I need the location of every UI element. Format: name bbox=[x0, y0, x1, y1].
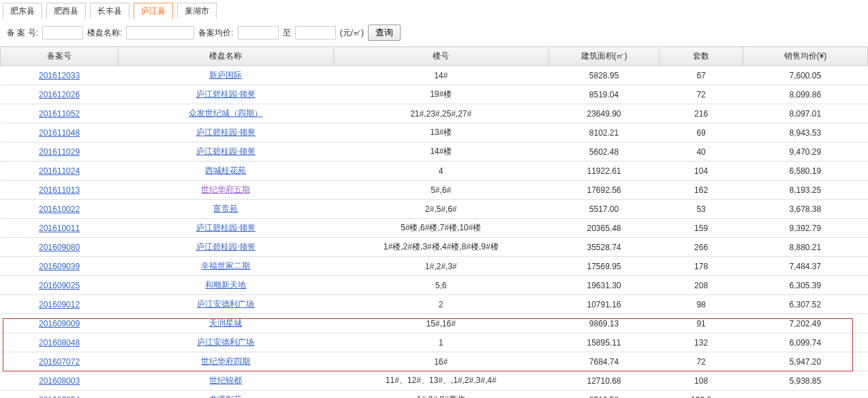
project-link[interactable]: 世纪锦都 bbox=[209, 376, 242, 385]
table-cell: 15895.11 bbox=[548, 333, 660, 352]
project-link[interactable]: 201611013 bbox=[39, 185, 80, 195]
table-cell: 新庐国际 bbox=[119, 66, 334, 85]
record-no-label: 备 案 号: bbox=[7, 27, 38, 39]
table-cell: 7,202.49 bbox=[743, 314, 867, 333]
table-row: 201610022富贵苑2#,5#,6#5517.00533,678.38 bbox=[1, 200, 868, 219]
table-cell: 1#,2#,3#商住 bbox=[333, 391, 548, 399]
project-link[interactable]: 201609009 bbox=[39, 319, 80, 328]
project-link[interactable]: 庐江碧桂园·领誉 bbox=[196, 242, 255, 251]
table-cell: 20365.48 bbox=[548, 219, 660, 238]
project-link[interactable]: 庐江碧桂园·领誉 bbox=[196, 223, 255, 232]
tab-1[interactable]: 肥西县 bbox=[46, 3, 86, 19]
table-cell: 1 bbox=[333, 333, 548, 352]
project-name-input[interactable] bbox=[126, 26, 194, 40]
project-link[interactable]: 201608048 bbox=[39, 338, 80, 348]
project-link[interactable]: 201610011 bbox=[39, 224, 80, 233]
project-link[interactable]: 201609012 bbox=[39, 300, 80, 309]
table-cell: 庐江碧桂园·领誉 bbox=[119, 219, 334, 238]
project-link[interactable]: 庐江碧桂园·领誉 bbox=[196, 89, 255, 99]
table-cell: 4 bbox=[333, 162, 548, 181]
project-link[interactable]: 201609025 bbox=[39, 281, 80, 290]
project-link[interactable]: 201610022 bbox=[39, 204, 80, 214]
table-cell: 1#,2#,3# bbox=[333, 257, 548, 276]
project-link[interactable]: 龙溪别苑 bbox=[209, 395, 242, 398]
table-cell: 富贵苑 bbox=[119, 200, 334, 219]
table-cell: 众发世纪城（四期） bbox=[119, 104, 334, 123]
table-cell: 178 bbox=[660, 257, 743, 276]
project-link[interactable]: 201607072 bbox=[39, 357, 80, 367]
table-cell: 2#,5#,6# bbox=[333, 200, 548, 219]
table-cell: 53 bbox=[660, 200, 743, 219]
table-cell: 201611048 bbox=[1, 123, 119, 142]
table-row: 201611029庐江碧桂园·领誉14#楼5602.48409,470.29 bbox=[1, 142, 868, 162]
table-cell: 西城桂花苑 bbox=[119, 162, 334, 181]
project-link[interactable]: 201608003 bbox=[39, 376, 80, 386]
project-link[interactable]: 众发世纪城（四期） bbox=[189, 108, 262, 118]
project-link[interactable]: 幸福世家二期 bbox=[201, 261, 250, 271]
project-link[interactable]: 庐江碧桂园·领誉 bbox=[196, 127, 255, 137]
table-cell: 16# bbox=[333, 352, 548, 371]
query-button[interactable]: 查询 bbox=[368, 25, 401, 41]
table-row: 201607054龙溪别苑1#,2#,3#商住8516.58190.0 bbox=[1, 391, 868, 399]
project-link[interactable]: 富贵苑 bbox=[213, 204, 238, 213]
project-link[interactable]: 和顺新天地 bbox=[205, 280, 246, 290]
table-cell: 8,880.21 bbox=[743, 238, 867, 257]
project-link[interactable]: 201607054 bbox=[39, 395, 80, 399]
table-row: 201611013世纪华府五期5#,6#17692.561628,193.25 bbox=[1, 181, 868, 200]
table-cell: 201610011 bbox=[1, 219, 119, 238]
table-cell: 11#、12#、13#、,1#,2#,3#,4# bbox=[333, 371, 548, 391]
project-link[interactable]: 201609039 bbox=[39, 262, 80, 271]
tab-3[interactable]: 庐江县 bbox=[134, 3, 173, 19]
table-cell: 庐江碧桂园·领誉 bbox=[119, 238, 334, 257]
table-cell: 8516.58 bbox=[548, 391, 660, 399]
table-cell: 23649.90 bbox=[548, 104, 660, 123]
table-cell: 159 bbox=[660, 219, 743, 238]
table-cell: 216 bbox=[660, 104, 743, 123]
table-cell: 201611013 bbox=[1, 181, 119, 200]
project-link[interactable]: 201611029 bbox=[39, 147, 80, 157]
table-cell: 天润星城 bbox=[119, 314, 334, 333]
avg-price-label: 备案均价: bbox=[198, 27, 233, 39]
project-link[interactable]: 世纪华府四期 bbox=[201, 356, 250, 366]
project-link[interactable]: 庐江安德利广场 bbox=[197, 299, 254, 309]
project-link[interactable]: 201612026 bbox=[39, 90, 80, 99]
table-row: 201611024西城桂花苑411922.611046,580.19 bbox=[1, 162, 868, 181]
record-no-input[interactable] bbox=[42, 26, 83, 40]
table-cell: 162 bbox=[660, 181, 743, 200]
table-cell bbox=[743, 391, 867, 399]
price-max-input[interactable] bbox=[295, 26, 336, 40]
table-cell: 11922.61 bbox=[548, 162, 660, 181]
project-link[interactable]: 201611024 bbox=[39, 166, 80, 176]
table-cell: 5,938.85 bbox=[743, 371, 867, 391]
table-cell: 15#,16# bbox=[333, 314, 548, 333]
tab-0[interactable]: 肥东县 bbox=[3, 3, 42, 19]
project-link[interactable]: 世纪华府五期 bbox=[201, 185, 250, 194]
project-link[interactable]: 新庐国际 bbox=[209, 70, 242, 80]
project-link[interactable]: 201611048 bbox=[39, 128, 80, 138]
table-cell: 5#,6# bbox=[333, 181, 548, 200]
table-cell: 13#楼 bbox=[333, 123, 548, 142]
project-link[interactable]: 201611052 bbox=[39, 109, 80, 119]
price-min-input[interactable] bbox=[238, 26, 279, 40]
table-cell: 5,6 bbox=[333, 276, 548, 295]
table-cell: 8519.04 bbox=[548, 85, 660, 104]
table-cell: 98 bbox=[660, 295, 743, 314]
tab-4[interactable]: 巢湖市 bbox=[177, 3, 217, 19]
project-link[interactable]: 西城桂花苑 bbox=[205, 166, 246, 175]
table-cell: 6,580.19 bbox=[743, 162, 867, 181]
table-cell: 201607054 bbox=[1, 391, 119, 399]
table-cell: 201609039 bbox=[1, 257, 119, 276]
col-header-5: 销售均价(¥) bbox=[743, 47, 867, 66]
project-link[interactable]: 天润星城 bbox=[209, 318, 242, 328]
table-cell: 21#,23#,25#,27# bbox=[333, 104, 548, 123]
table-cell: 10791.16 bbox=[548, 295, 660, 314]
table-cell: 9,470.29 bbox=[743, 142, 867, 162]
project-link[interactable]: 庐江碧桂园·领誉 bbox=[196, 147, 255, 156]
table-cell: 201607072 bbox=[1, 352, 119, 371]
table-cell: 5517.00 bbox=[548, 200, 660, 219]
project-link[interactable]: 201612033 bbox=[39, 71, 80, 80]
tab-2[interactable]: 长丰县 bbox=[90, 3, 129, 19]
table-row: 201611048庐江碧桂园·领誉13#楼8102.21698,943.53 bbox=[1, 123, 868, 142]
project-link[interactable]: 庐江安德利广场 bbox=[197, 337, 254, 347]
project-link[interactable]: 201609080 bbox=[39, 243, 80, 252]
